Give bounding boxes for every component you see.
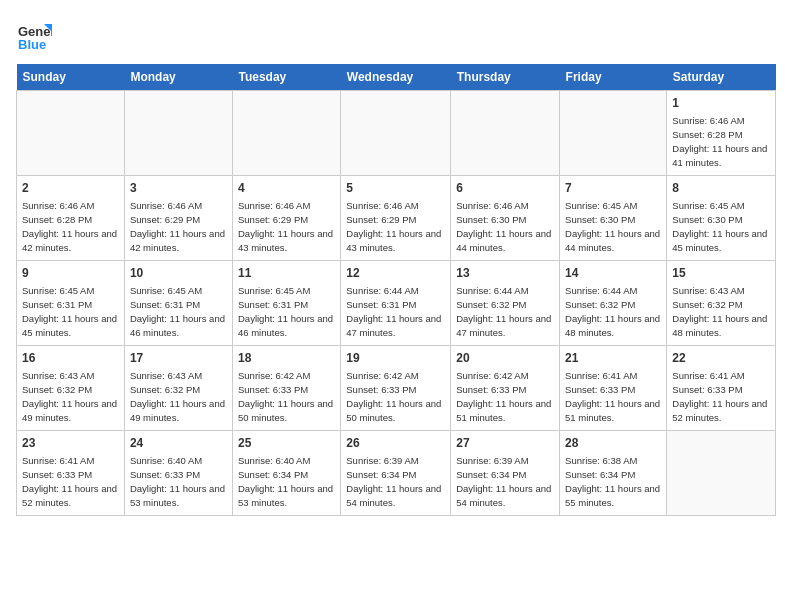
day-number: 8 bbox=[672, 180, 770, 197]
day-cell: 6Sunrise: 6:46 AM Sunset: 6:30 PM Daylig… bbox=[451, 176, 560, 261]
weekday-header-saturday: Saturday bbox=[667, 64, 776, 91]
day-number: 26 bbox=[346, 435, 445, 452]
day-info: Sunrise: 6:41 AM Sunset: 6:33 PM Dayligh… bbox=[565, 369, 661, 424]
day-info: Sunrise: 6:45 AM Sunset: 6:31 PM Dayligh… bbox=[22, 284, 119, 339]
day-cell: 9Sunrise: 6:45 AM Sunset: 6:31 PM Daylig… bbox=[17, 261, 125, 346]
day-cell: 22Sunrise: 6:41 AM Sunset: 6:33 PM Dayli… bbox=[667, 346, 776, 431]
day-number: 1 bbox=[672, 95, 770, 112]
day-cell: 23Sunrise: 6:41 AM Sunset: 6:33 PM Dayli… bbox=[17, 431, 125, 516]
day-number: 4 bbox=[238, 180, 335, 197]
day-info: Sunrise: 6:41 AM Sunset: 6:33 PM Dayligh… bbox=[22, 454, 119, 509]
day-number: 5 bbox=[346, 180, 445, 197]
weekday-header-friday: Friday bbox=[560, 64, 667, 91]
day-number: 25 bbox=[238, 435, 335, 452]
day-cell: 26Sunrise: 6:39 AM Sunset: 6:34 PM Dayli… bbox=[341, 431, 451, 516]
day-number: 18 bbox=[238, 350, 335, 367]
day-info: Sunrise: 6:43 AM Sunset: 6:32 PM Dayligh… bbox=[130, 369, 227, 424]
weekday-header-thursday: Thursday bbox=[451, 64, 560, 91]
day-info: Sunrise: 6:39 AM Sunset: 6:34 PM Dayligh… bbox=[346, 454, 445, 509]
day-cell: 28Sunrise: 6:38 AM Sunset: 6:34 PM Dayli… bbox=[560, 431, 667, 516]
day-info: Sunrise: 6:46 AM Sunset: 6:29 PM Dayligh… bbox=[346, 199, 445, 254]
day-cell bbox=[451, 91, 560, 176]
day-info: Sunrise: 6:42 AM Sunset: 6:33 PM Dayligh… bbox=[238, 369, 335, 424]
day-number: 3 bbox=[130, 180, 227, 197]
day-cell: 27Sunrise: 6:39 AM Sunset: 6:34 PM Dayli… bbox=[451, 431, 560, 516]
weekday-header-sunday: Sunday bbox=[17, 64, 125, 91]
day-number: 19 bbox=[346, 350, 445, 367]
page-header: General Blue bbox=[16, 16, 776, 52]
day-cell: 20Sunrise: 6:42 AM Sunset: 6:33 PM Dayli… bbox=[451, 346, 560, 431]
day-number: 27 bbox=[456, 435, 554, 452]
day-cell: 17Sunrise: 6:43 AM Sunset: 6:32 PM Dayli… bbox=[124, 346, 232, 431]
day-cell: 3Sunrise: 6:46 AM Sunset: 6:29 PM Daylig… bbox=[124, 176, 232, 261]
day-info: Sunrise: 6:43 AM Sunset: 6:32 PM Dayligh… bbox=[22, 369, 119, 424]
week-row-2: 2Sunrise: 6:46 AM Sunset: 6:28 PM Daylig… bbox=[17, 176, 776, 261]
weekday-header-row: SundayMondayTuesdayWednesdayThursdayFrid… bbox=[17, 64, 776, 91]
day-info: Sunrise: 6:44 AM Sunset: 6:31 PM Dayligh… bbox=[346, 284, 445, 339]
day-cell: 5Sunrise: 6:46 AM Sunset: 6:29 PM Daylig… bbox=[341, 176, 451, 261]
weekday-header-monday: Monday bbox=[124, 64, 232, 91]
day-number: 28 bbox=[565, 435, 661, 452]
day-cell: 25Sunrise: 6:40 AM Sunset: 6:34 PM Dayli… bbox=[232, 431, 340, 516]
day-number: 6 bbox=[456, 180, 554, 197]
day-info: Sunrise: 6:45 AM Sunset: 6:30 PM Dayligh… bbox=[565, 199, 661, 254]
day-cell bbox=[232, 91, 340, 176]
calendar-table: SundayMondayTuesdayWednesdayThursdayFrid… bbox=[16, 64, 776, 516]
day-number: 7 bbox=[565, 180, 661, 197]
day-number: 14 bbox=[565, 265, 661, 282]
day-number: 17 bbox=[130, 350, 227, 367]
day-number: 16 bbox=[22, 350, 119, 367]
day-number: 22 bbox=[672, 350, 770, 367]
day-number: 24 bbox=[130, 435, 227, 452]
svg-text:Blue: Blue bbox=[18, 37, 46, 52]
week-row-1: 1Sunrise: 6:46 AM Sunset: 6:28 PM Daylig… bbox=[17, 91, 776, 176]
day-info: Sunrise: 6:46 AM Sunset: 6:29 PM Dayligh… bbox=[130, 199, 227, 254]
day-info: Sunrise: 6:44 AM Sunset: 6:32 PM Dayligh… bbox=[565, 284, 661, 339]
day-cell bbox=[341, 91, 451, 176]
day-info: Sunrise: 6:46 AM Sunset: 6:30 PM Dayligh… bbox=[456, 199, 554, 254]
day-cell bbox=[124, 91, 232, 176]
day-info: Sunrise: 6:45 AM Sunset: 6:30 PM Dayligh… bbox=[672, 199, 770, 254]
day-info: Sunrise: 6:45 AM Sunset: 6:31 PM Dayligh… bbox=[238, 284, 335, 339]
day-info: Sunrise: 6:42 AM Sunset: 6:33 PM Dayligh… bbox=[456, 369, 554, 424]
day-info: Sunrise: 6:46 AM Sunset: 6:28 PM Dayligh… bbox=[672, 114, 770, 169]
day-cell: 16Sunrise: 6:43 AM Sunset: 6:32 PM Dayli… bbox=[17, 346, 125, 431]
day-cell: 14Sunrise: 6:44 AM Sunset: 6:32 PM Dayli… bbox=[560, 261, 667, 346]
day-cell: 4Sunrise: 6:46 AM Sunset: 6:29 PM Daylig… bbox=[232, 176, 340, 261]
day-cell: 11Sunrise: 6:45 AM Sunset: 6:31 PM Dayli… bbox=[232, 261, 340, 346]
day-info: Sunrise: 6:40 AM Sunset: 6:34 PM Dayligh… bbox=[238, 454, 335, 509]
week-row-5: 23Sunrise: 6:41 AM Sunset: 6:33 PM Dayli… bbox=[17, 431, 776, 516]
week-row-3: 9Sunrise: 6:45 AM Sunset: 6:31 PM Daylig… bbox=[17, 261, 776, 346]
day-info: Sunrise: 6:38 AM Sunset: 6:34 PM Dayligh… bbox=[565, 454, 661, 509]
day-info: Sunrise: 6:42 AM Sunset: 6:33 PM Dayligh… bbox=[346, 369, 445, 424]
day-number: 15 bbox=[672, 265, 770, 282]
day-info: Sunrise: 6:40 AM Sunset: 6:33 PM Dayligh… bbox=[130, 454, 227, 509]
day-cell: 2Sunrise: 6:46 AM Sunset: 6:28 PM Daylig… bbox=[17, 176, 125, 261]
day-cell bbox=[667, 431, 776, 516]
day-cell: 21Sunrise: 6:41 AM Sunset: 6:33 PM Dayli… bbox=[560, 346, 667, 431]
day-cell: 10Sunrise: 6:45 AM Sunset: 6:31 PM Dayli… bbox=[124, 261, 232, 346]
day-cell: 7Sunrise: 6:45 AM Sunset: 6:30 PM Daylig… bbox=[560, 176, 667, 261]
logo-icon: General Blue bbox=[16, 16, 52, 52]
day-number: 9 bbox=[22, 265, 119, 282]
weekday-header-tuesday: Tuesday bbox=[232, 64, 340, 91]
day-cell: 15Sunrise: 6:43 AM Sunset: 6:32 PM Dayli… bbox=[667, 261, 776, 346]
day-info: Sunrise: 6:41 AM Sunset: 6:33 PM Dayligh… bbox=[672, 369, 770, 424]
weekday-header-wednesday: Wednesday bbox=[341, 64, 451, 91]
day-cell: 12Sunrise: 6:44 AM Sunset: 6:31 PM Dayli… bbox=[341, 261, 451, 346]
day-number: 11 bbox=[238, 265, 335, 282]
day-info: Sunrise: 6:39 AM Sunset: 6:34 PM Dayligh… bbox=[456, 454, 554, 509]
day-cell: 24Sunrise: 6:40 AM Sunset: 6:33 PM Dayli… bbox=[124, 431, 232, 516]
day-number: 21 bbox=[565, 350, 661, 367]
day-info: Sunrise: 6:43 AM Sunset: 6:32 PM Dayligh… bbox=[672, 284, 770, 339]
day-cell: 18Sunrise: 6:42 AM Sunset: 6:33 PM Dayli… bbox=[232, 346, 340, 431]
day-cell bbox=[560, 91, 667, 176]
day-cell: 1Sunrise: 6:46 AM Sunset: 6:28 PM Daylig… bbox=[667, 91, 776, 176]
day-number: 13 bbox=[456, 265, 554, 282]
day-number: 12 bbox=[346, 265, 445, 282]
day-number: 23 bbox=[22, 435, 119, 452]
day-cell bbox=[17, 91, 125, 176]
day-info: Sunrise: 6:45 AM Sunset: 6:31 PM Dayligh… bbox=[130, 284, 227, 339]
logo: General Blue bbox=[16, 16, 56, 52]
day-number: 20 bbox=[456, 350, 554, 367]
